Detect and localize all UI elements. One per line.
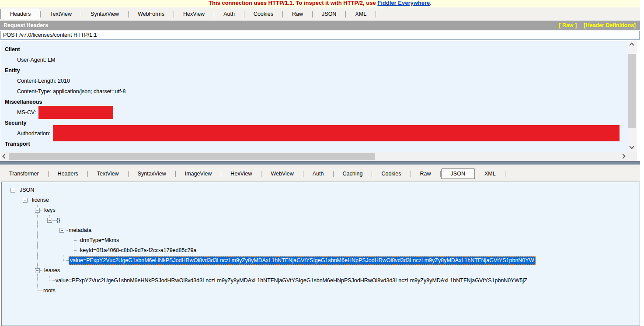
tab-json[interactable]: JSON	[313, 8, 345, 20]
header-text: Miscellaneous	[5, 99, 42, 105]
scroll-up-icon[interactable]	[629, 42, 634, 47]
tab-auth[interactable]: Auth	[214, 8, 244, 20]
tab-hexview[interactable]: HexView	[174, 8, 214, 20]
tree-node-value[interactable]: value=PExpY2Vuc2UgeG1sbnM6eHNkPSJodHRwOi…	[55, 277, 528, 284]
tree-node-value[interactable]: value=PExpY2Vuc2UgeG1sbnM6eHNkPSJodHRwOi…	[69, 256, 536, 265]
tab-raw[interactable]: Raw	[283, 8, 312, 20]
tab-webview[interactable]: WebView	[261, 168, 303, 179]
tree-row: keys	[2, 205, 640, 215]
splitter-gap	[0, 165, 640, 168]
tree-guide-line	[37, 256, 38, 266]
tab-cookies[interactable]: Cookies	[372, 168, 410, 179]
header-item-content-type-application-json-charset-utf-8: Content-Type: application/json; charset=…	[0, 86, 627, 97]
tree-node-keyid[interactable]: keyId=0f1a4068-c8b0-9d7a-f2cc-a179ed85c7…	[79, 247, 198, 254]
tree-node-license[interactable]: license	[31, 196, 50, 203]
header-text: Content-Length: 2010	[17, 78, 70, 84]
tree-node-json[interactable]: JSON	[19, 186, 35, 193]
scroll-right-icon[interactable]	[620, 154, 625, 158]
headers-horizontal-scrollbar[interactable]	[0, 152, 627, 161]
tree-guide-line	[37, 276, 38, 286]
header-text: Security	[5, 120, 26, 126]
minus-glyph	[36, 270, 38, 271]
tree-row: {}	[2, 215, 640, 225]
minus-glyph	[36, 210, 38, 210]
tree-node-keys[interactable]: keys	[43, 207, 56, 214]
tab-caching[interactable]: Caching	[334, 168, 372, 179]
header-section-client: Client	[0, 44, 627, 55]
tab-syntaxview[interactable]: SyntaxView	[81, 8, 128, 20]
header-definitions-link[interactable]: [Header Definitions]	[584, 22, 636, 28]
tree-row: roots	[2, 286, 640, 296]
tree-node-{}[interactable]: {}	[56, 217, 61, 224]
tree-row: leases	[2, 266, 640, 276]
raw-link[interactable]: [ Raw ]	[559, 22, 577, 28]
header-section-entity: Entity	[0, 65, 627, 76]
tree-collapse-icon[interactable]	[10, 188, 15, 193]
header-text: Authorization:	[17, 130, 50, 137]
fiddler-everywhere-link[interactable]: Fiddler Everywhere	[377, 0, 430, 6]
horizontal-scroll-thumb[interactable]	[9, 153, 375, 160]
tree-node-leases[interactable]: leases	[43, 267, 61, 274]
header-item-authorization: Authorization:	[0, 128, 627, 139]
tree-guide-line	[37, 235, 38, 245]
tab-raw[interactable]: Raw	[411, 168, 440, 179]
request-headers-panel: ClientUser-Agent: LMEntityContent-Length…	[0, 41, 627, 152]
tree-row: license	[2, 195, 640, 205]
tree-row: JSON	[2, 185, 640, 195]
tree-collapse-icon[interactable]	[35, 208, 40, 213]
redaction-block	[53, 125, 620, 141]
tab-transformer[interactable]: Transformer	[0, 168, 48, 179]
header-text: Content-Type: application/json; charset=…	[17, 88, 125, 95]
tab-imageview[interactable]: ImageView	[176, 168, 221, 179]
fiddler-window: This connection uses HTTP/1.1. To inspec…	[0, 0, 644, 326]
tree-node-metadata[interactable]: metadata	[68, 227, 92, 234]
tab-syntaxview[interactable]: SyntaxView	[129, 168, 175, 179]
vertical-scroll-thumb[interactable]	[628, 54, 636, 128]
pane-splitter[interactable]	[0, 161, 640, 165]
request-inspector-tabstrip: HeadersTextViewSyntaxViewWebFormsHexView…	[0, 8, 640, 20]
scroll-down-icon[interactable]	[629, 144, 634, 149]
tab-cookies[interactable]: Cookies	[244, 8, 282, 20]
tree-node-drmtype[interactable]: drmType=Mkms	[79, 237, 120, 244]
tab-divider	[376, 11, 376, 18]
tree-row: metadata	[2, 225, 640, 235]
tree-node-roots[interactable]: roots	[42, 287, 56, 294]
request-headers-title: Request Headers	[3, 22, 48, 28]
http-version-notice-text: This connection uses HTTP/1.1. To inspec…	[209, 0, 432, 6]
tab-headers[interactable]: Headers	[49, 168, 87, 179]
tree-collapse-icon[interactable]	[59, 228, 64, 233]
tree-guide-line	[37, 245, 38, 256]
tab-webforms[interactable]: WebForms	[129, 8, 174, 20]
tree-row: value=PExpY2Vuc2UgeG1sbnM6eHNkPSJodHRwOi…	[2, 256, 640, 266]
tab-xml[interactable]: XML	[475, 168, 505, 179]
header-text: Transport	[5, 141, 30, 147]
tab-headers[interactable]: Headers	[0, 9, 40, 19]
request-line[interactable]: POST /v7.0/licenses/content HTTP/1.1	[0, 31, 640, 40]
headers-vertical-scrollbar[interactable]	[627, 41, 637, 152]
minus-glyph	[49, 220, 51, 221]
tab-textview[interactable]: TextView	[88, 168, 128, 179]
tree-collapse-icon[interactable]	[47, 218, 52, 223]
header-item-user-agent-lm: User-Agent: LM	[0, 55, 627, 65]
tab-divider	[440, 171, 441, 177]
header-text: Entity	[5, 67, 20, 74]
tab-textview[interactable]: TextView	[41, 8, 81, 20]
http-version-notice-bar: This connection uses HTTP/1.1. To inspec…	[0, 0, 640, 7]
tab-hexview[interactable]: HexView	[221, 168, 261, 179]
tab-json[interactable]: JSON	[441, 168, 475, 179]
tab-auth[interactable]: Auth	[303, 168, 333, 179]
minus-glyph	[12, 190, 14, 190]
notice-suffix: .	[430, 0, 432, 6]
tab-divider	[505, 171, 505, 177]
scroll-left-icon[interactable]	[2, 154, 7, 158]
tree-collapse-icon[interactable]	[35, 268, 40, 273]
tree-guide-line	[37, 215, 38, 225]
notice-prefix: This connection uses HTTP/1.1. To inspec…	[209, 0, 377, 6]
json-tree-panel: JSONlicensekeys{}metadatadrmType=Mkmskey…	[1, 182, 640, 326]
scrollbar-corner	[627, 152, 637, 161]
tab-xml[interactable]: XML	[346, 8, 376, 20]
tree-row: keyId=0f1a4068-c8b0-9d7a-f2cc-a179ed85c7…	[2, 245, 640, 256]
header-text: User-Agent: LM	[17, 57, 56, 63]
tree-collapse-icon[interactable]	[23, 198, 28, 203]
header-text: MS-CV:	[17, 109, 36, 116]
